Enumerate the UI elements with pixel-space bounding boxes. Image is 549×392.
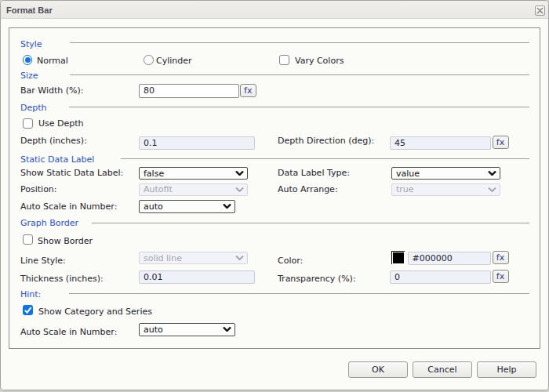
transparency-input[interactable] — [390, 270, 491, 284]
line-style-label: Line Style: — [20, 256, 66, 266]
chevron-down-icon — [223, 204, 231, 209]
show-static-data-label-label: Show Static Data Label: — [20, 168, 123, 178]
auto-scale-label: Auto Scale in Number: — [20, 201, 117, 212]
bar-width-formula-button[interactable]: fx — [240, 84, 257, 98]
section-static-data-label-line — [121, 158, 529, 159]
section-graph-border-line — [92, 223, 529, 223]
chevron-down-icon — [235, 171, 244, 176]
radio-cylinder-label[interactable]: Cylinder — [156, 56, 192, 66]
chevron-down-icon — [235, 256, 244, 260]
checkbox-vary-colors[interactable] — [279, 55, 289, 65]
checkbox-show-border[interactable] — [23, 234, 33, 245]
radio-normal-label[interactable]: Normal — [37, 56, 68, 66]
section-style: Style — [20, 39, 42, 49]
help-button[interactable]: Help — [477, 361, 536, 378]
line-style-select: solid line — [139, 252, 248, 264]
section-depth: Depth — [20, 103, 47, 113]
color-input[interactable] — [408, 252, 491, 265]
thickness-input — [139, 270, 255, 284]
data-label-type-select[interactable]: value — [391, 167, 500, 180]
radio-normal[interactable] — [23, 55, 33, 65]
checkbox-show-border-label[interactable]: Show Border — [38, 236, 93, 246]
section-style-line — [70, 42, 529, 43]
auto-scale-hint-label: Auto Scale in Number: — [20, 327, 117, 337]
checkbox-use-depth-label[interactable]: Use Depth — [38, 118, 84, 129]
bar-width-input[interactable] — [139, 84, 239, 99]
section-size: Size — [20, 71, 38, 81]
bar-width-label: Bar Width (%): — [20, 85, 84, 96]
checkbox-show-category[interactable] — [23, 305, 33, 315]
title-bar — [1, 1, 548, 19]
checkbox-use-depth[interactable] — [23, 118, 33, 129]
show-static-data-label-select[interactable]: false — [139, 167, 248, 180]
checkbox-show-category-label[interactable]: Show Category and Series — [38, 307, 152, 317]
position-select: Autofit — [139, 183, 248, 196]
auto-arrange-label: Auto Arrange: — [278, 184, 338, 194]
position-label: Position: — [20, 184, 57, 194]
section-hint-line — [69, 293, 529, 294]
depth-inches-input — [139, 136, 255, 150]
thickness-label: Thickness (inches): — [20, 274, 104, 284]
chevron-down-icon — [488, 171, 496, 176]
cancel-button[interactable]: Cancel — [413, 361, 472, 378]
section-depth-line — [69, 107, 529, 107]
auto-scale-select[interactable]: auto — [139, 200, 235, 213]
auto-arrange-select: true — [391, 183, 500, 196]
depth-inches-label: Depth (inches): — [20, 136, 87, 146]
depth-direction-formula-button[interactable]: fx — [493, 136, 509, 149]
section-static-data-label: Static Data Label — [20, 154, 94, 165]
data-label-type-label: Data Label Type: — [278, 168, 350, 178]
format-bar-dialog: Format Bar Style Normal Cylinder Vary Co… — [0, 0, 549, 390]
color-formula-button[interactable]: fx — [493, 251, 509, 264]
depth-direction-label: Depth Direction (deg): — [278, 136, 374, 146]
auto-scale-hint-select[interactable]: auto — [139, 323, 235, 336]
dialog-title: Format Bar — [6, 2, 53, 20]
transparency-label: Transparency (%): — [278, 274, 356, 284]
color-label: Color: — [278, 256, 303, 266]
section-hint: Hint: — [20, 289, 41, 299]
checkbox-vary-colors-label[interactable]: Vary Colors — [295, 56, 344, 66]
chevron-down-icon — [488, 187, 496, 192]
chevron-down-icon — [223, 327, 231, 332]
color-swatch-fill — [393, 252, 404, 263]
depth-direction-input[interactable] — [390, 136, 491, 150]
checkmark-icon — [23, 305, 33, 315]
radio-cylinder[interactable] — [144, 55, 154, 65]
chevron-down-icon — [235, 187, 244, 192]
section-size-line — [70, 74, 529, 75]
section-graph-border: Graph Border — [20, 218, 78, 228]
transparency-formula-button[interactable]: fx — [493, 270, 509, 283]
close-button[interactable] — [535, 5, 545, 16]
close-icon — [536, 7, 544, 14]
ok-button[interactable]: OK — [348, 361, 408, 378]
color-swatch[interactable] — [391, 251, 405, 264]
